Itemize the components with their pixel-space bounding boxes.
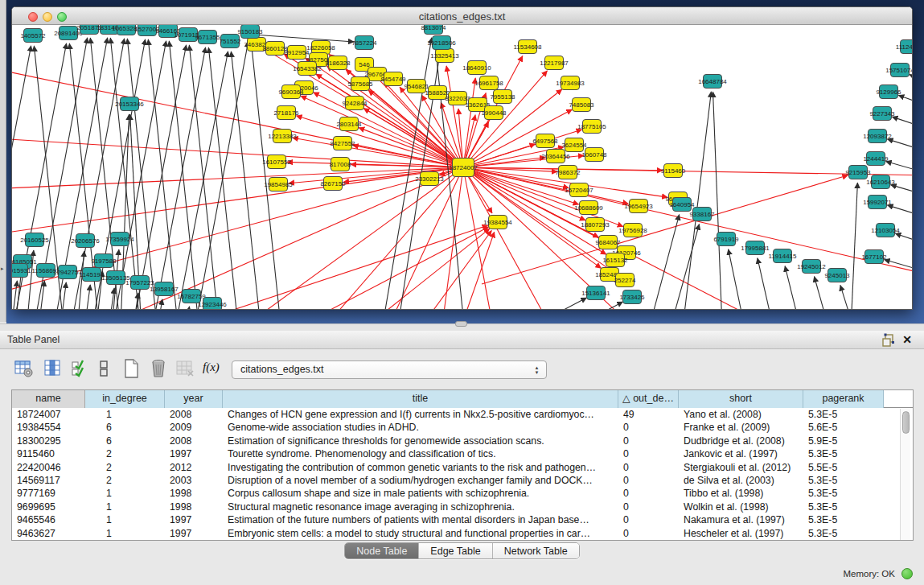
network-node[interactable]: 9115460 <box>661 164 686 178</box>
column-header-in_degree[interactable]: in_degree <box>85 390 165 408</box>
tab-edge-table[interactable]: Edge Table <box>419 543 492 558</box>
network-node-label: 15751074 <box>885 67 913 74</box>
network-node[interactable]: 9690364 <box>278 85 304 99</box>
tab-network-table[interactable]: Network Table <box>493 543 579 558</box>
network-node[interactable]: 6497568 <box>532 134 558 148</box>
column-header-title[interactable]: title <box>223 390 618 408</box>
tab-node-table[interactable]: Node Table <box>345 543 419 558</box>
network-node[interactable]: 7485083 <box>569 98 594 112</box>
network-node[interactable]: 1244419 <box>863 152 889 166</box>
network-node[interactable]: 9338167 <box>689 208 715 221</box>
network-node[interactable]: 1405572 <box>20 29 46 43</box>
network-node-label: 8186328 <box>325 60 351 67</box>
splitter-grip[interactable] <box>455 321 467 327</box>
network-node[interactable]: 8267150 <box>320 177 346 191</box>
column-header-year[interactable]: year <box>165 390 223 408</box>
network-node[interactable]: 9227343 <box>869 107 895 121</box>
table-cell: 0 <box>618 513 679 526</box>
table-panel-title: Table Panel <box>7 334 60 345</box>
network-node[interactable]: 2803144 <box>336 117 362 131</box>
table-settings-icon[interactable] <box>14 359 34 378</box>
column-header-short[interactable]: short <box>679 390 803 408</box>
network-node-label: 9242844 <box>342 100 368 107</box>
float-panel-icon[interactable] <box>881 333 896 347</box>
table-row[interactable]: 1456911722003Disruption of a novel membe… <box>12 474 900 487</box>
close-panel-icon[interactable]: ✕ <box>901 333 914 347</box>
network-table-select[interactable]: citations_edges.txt ▲▼ <box>232 360 547 379</box>
network-node[interactable]: 1677102 <box>861 250 887 264</box>
new-table-icon[interactable] <box>122 359 142 378</box>
network-node[interactable]: 252274 <box>614 274 636 287</box>
network-node-label: 8267150 <box>320 180 346 187</box>
network-node[interactable]: 5875685 <box>347 77 373 91</box>
table-row[interactable]: 946554611997Estimation of the future num… <box>12 513 900 526</box>
network-node[interactable]: 9245013 <box>824 269 850 282</box>
network-node[interactable]: 9150183 <box>237 25 263 39</box>
network-node-label: 7485083 <box>569 101 594 109</box>
network-node[interactable]: 9215953 <box>845 166 871 179</box>
network-node-label: 11124503 <box>896 43 913 51</box>
delete-row-trash-icon[interactable] <box>150 359 169 378</box>
table-scrollbar[interactable] <box>900 409 910 540</box>
table-scrollbar-thumb[interactable] <box>902 411 910 434</box>
table-cell: 18300295 <box>12 435 85 447</box>
table-row[interactable]: 911546021997Tourette syndrome. Phenomeno… <box>12 447 900 460</box>
table-row[interactable]: 2242004622012Investigating the contribut… <box>12 461 900 474</box>
network-node[interactable]: 18724007 <box>449 159 478 177</box>
function-builder-icon[interactable]: f(x) <box>203 360 220 374</box>
table-row[interactable]: 977716911998Corpus callosum shape and si… <box>12 487 900 500</box>
network-node[interactable]: 817008 <box>330 158 351 171</box>
network-node[interactable]: 8186328 <box>325 56 351 70</box>
splitter-strip[interactable] <box>0 0 6 322</box>
column-header-pagerank[interactable]: pagerank <box>803 390 884 408</box>
table-cell: 2 <box>85 461 165 474</box>
memory-status-indicator[interactable] <box>901 568 913 579</box>
network-node-label: 9150183 <box>237 28 263 35</box>
table-row[interactable]: 1830029562008Estimation of significance … <box>12 435 900 447</box>
table-row[interactable]: 1872400712008Changes of HCN gene express… <box>12 408 900 421</box>
delete-table-icon[interactable] <box>175 359 195 378</box>
table-row[interactable]: 1938455462009Genome-wide association stu… <box>12 421 900 434</box>
network-node-label: 8813074 <box>421 25 446 31</box>
network-node[interactable]: 8454749 <box>380 72 406 86</box>
network-node[interactable]: 8427552 <box>330 137 355 150</box>
network-node[interactable]: 8813074 <box>421 25 446 35</box>
network-node-label: 12942757 <box>53 269 82 276</box>
network-view-window[interactable]: citations_edges.txt 18724007746382288601… <box>11 6 913 310</box>
network-node[interactable]: 1733426 <box>619 290 645 304</box>
network-node[interactable]: 1615132 <box>602 253 628 267</box>
network-node[interactable]: 7986372 <box>555 166 581 179</box>
network-node[interactable]: 9684067 <box>595 236 621 249</box>
network-node[interactable]: 7955138 <box>490 90 515 104</box>
network-node[interactable]: 2718176 <box>273 106 299 120</box>
table-row[interactable]: 969969511998Structural magnetic resonanc… <box>12 501 900 513</box>
network-node-label: 17359924 <box>105 236 134 243</box>
network-node[interactable]: 1145194 <box>80 268 105 282</box>
network-node[interactable]: 9197588 <box>91 254 117 268</box>
network-node[interactable]: 9671355 <box>195 31 220 44</box>
table-cell: Dudbridge et al. (2008) <box>679 435 803 447</box>
table-row[interactable]: 946362711997Embryonic stem cells: a mode… <box>12 527 900 540</box>
network-node[interactable]: 3624554 <box>561 138 587 152</box>
network-node[interactable]: 9242844 <box>342 97 368 110</box>
network-node-label: 9671355 <box>195 34 220 41</box>
network-node[interactable]: 1060748 <box>581 148 607 162</box>
attribute-checklist-icon[interactable] <box>71 359 90 378</box>
network-node[interactable]: 9129966 <box>876 85 901 99</box>
network-node-label: 20153346 <box>115 101 144 108</box>
column-header-out_de[interactable]: △ out_de… <box>618 390 679 408</box>
network-node-label: 15720407 <box>565 187 593 194</box>
rows-icon[interactable] <box>98 359 109 378</box>
network-node[interactable]: 1990448 <box>481 106 507 120</box>
collapse-arrow-icon[interactable]: ▸ <box>1 266 4 272</box>
network-node[interactable]: 7857224 <box>351 36 377 50</box>
network-canvas[interactable]: 1872400774638228860128891295418226058982… <box>12 25 913 310</box>
network-node[interactable]: 6791919 <box>713 233 739 246</box>
network-window-titlebar[interactable]: citations_edges.txt <box>12 7 912 25</box>
column-header-name[interactable]: name <box>12 390 85 408</box>
network-node[interactable]: 751552 <box>220 35 241 48</box>
network-node-label: 17995881 <box>741 245 770 252</box>
table-column-icon[interactable] <box>43 359 63 378</box>
network-node-label: 18724007 <box>449 164 478 171</box>
network-node[interactable]: 1640954 <box>669 198 695 212</box>
